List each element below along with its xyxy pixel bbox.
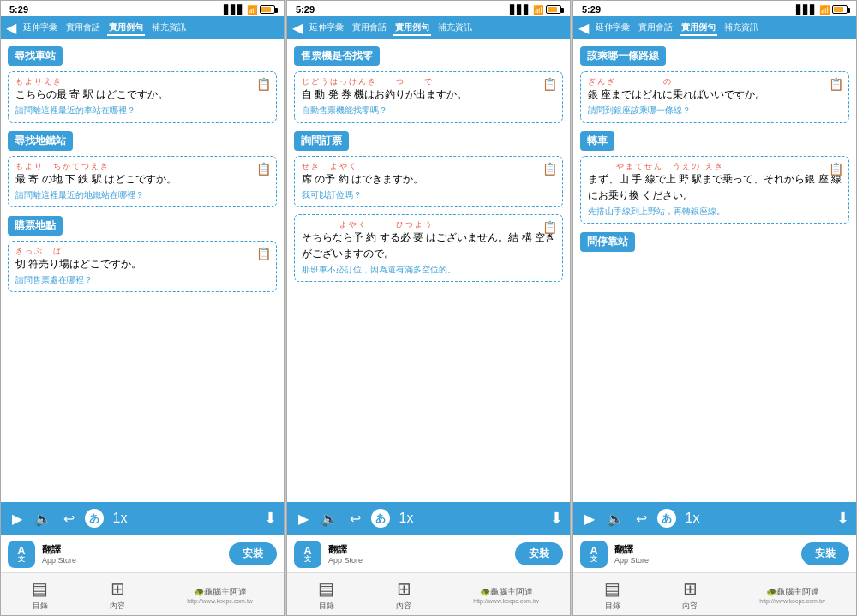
ad-store: App Store: [328, 556, 508, 565]
back-button[interactable]: ◀: [578, 20, 589, 36]
download-button[interactable]: ⬇: [550, 509, 563, 528]
furigana: やまてせん うえの えき: [588, 162, 842, 171]
audio-button[interactable]: 🔈: [33, 509, 52, 528]
chinese-text: 我可以訂位嗎？: [302, 189, 555, 201]
repeat-button[interactable]: ↩: [632, 509, 650, 528]
watermark: 🐢龜腦主阿達 http://www.kocpc.com.tw: [759, 586, 825, 604]
section-header: 詢問訂票: [294, 131, 349, 151]
download-button[interactable]: ⬇: [264, 509, 277, 528]
section-header: 該乘哪一條路線: [580, 46, 666, 66]
status-bar: 5:29 ▋▋▋ 📶: [287, 1, 570, 16]
status-time: 5:29: [296, 4, 315, 15]
bottom-icon-內容[interactable]: ⊞ 內容: [682, 578, 698, 612]
bottom-icon-目錄[interactable]: ▤ 目錄: [32, 578, 48, 612]
japanese-text: まず、山 手 線で上 野 駅まで乗って、それから銀 座 線にお乗り換 ください。: [588, 171, 842, 204]
install-button[interactable]: 安裝: [801, 542, 849, 565]
phone-1: 5:29 ▋▋▋ 📶 ◀延伸字彙實用會話實用例句補充資訊尋找車站 もよりえき こ…: [0, 0, 285, 616]
speed-button[interactable]: 1x: [683, 509, 702, 528]
status-time: 5:29: [9, 4, 28, 15]
content-area: 尋找車站 もよりえき こちらの最 寄 駅 はどこですか。 請問離這裡最近的車站在…: [1, 39, 284, 502]
copy-icon[interactable]: 📋: [256, 247, 271, 260]
section-0: 售票機是否找零 じどうはっけんき つ で 自 動 発 券 機はお釣りが出ますか。…: [294, 46, 563, 123]
內容-label: 內容: [396, 601, 411, 612]
chinese-text: 請問離這裡最近的地鐵站在哪裡？: [15, 189, 269, 201]
bottom-icon-內容[interactable]: ⊞ 內容: [396, 578, 411, 612]
nav-tab-延伸字彙[interactable]: 延伸字彙: [594, 21, 632, 36]
phrase-card-0: じどうはっけんき つ で 自 動 発 券 機はお釣りが出ますか。 自動售票機能找…: [294, 71, 563, 123]
section-header: 尋找車站: [8, 46, 63, 66]
play-button[interactable]: ▶: [294, 509, 313, 528]
nav-tab-補充資訊[interactable]: 補充資訊: [150, 21, 188, 36]
signal-icon: ▋▋▋: [796, 5, 817, 15]
bottom-toolbar: ▶🔈↩あ1x⬇: [287, 502, 570, 535]
ad-title: 翻譯: [614, 543, 794, 556]
install-button[interactable]: 安裝: [515, 542, 563, 565]
toolbar-left: ▶🔈↩あ1x: [580, 509, 702, 528]
wifi-icon: 📶: [819, 5, 830, 15]
ad-store: App Store: [42, 556, 222, 565]
play-button[interactable]: ▶: [580, 509, 599, 528]
nav-tab-實用例句[interactable]: 實用例句: [680, 21, 717, 36]
nav-tab-補充資訊[interactable]: 補充資訊: [722, 21, 760, 36]
japanese-button[interactable]: あ: [657, 509, 676, 528]
nav-tab-延伸字彙[interactable]: 延伸字彙: [308, 21, 345, 36]
nav-tab-實用例句[interactable]: 實用例句: [107, 21, 145, 36]
status-icons: ▋▋▋ 📶: [510, 5, 561, 15]
chinese-text: 自動售票機能找零嗎？: [302, 105, 555, 117]
repeat-button[interactable]: ↩: [59, 509, 78, 528]
nav-tab-延伸字彙[interactable]: 延伸字彙: [21, 21, 59, 36]
back-button[interactable]: ◀: [6, 20, 16, 36]
nav-bar: ◀延伸字彙實用會話實用例句補充資訊: [287, 16, 570, 39]
status-icons: ▋▋▋ 📶: [796, 5, 848, 15]
copy-icon[interactable]: 📋: [829, 77, 843, 91]
watermark-text: 🐢龜腦主阿達: [480, 586, 533, 598]
nav-tab-補充資訊[interactable]: 補充資訊: [436, 21, 474, 36]
ad-app-icon: A 文: [294, 541, 321, 568]
furigana: よやく ひつよう: [302, 220, 555, 230]
speed-button[interactable]: 1x: [111, 509, 129, 528]
repeat-button[interactable]: ↩: [345, 509, 364, 528]
japanese-button[interactable]: あ: [371, 509, 390, 528]
copy-icon[interactable]: 📋: [542, 220, 557, 234]
bottom-icon-目錄[interactable]: ▤ 目錄: [318, 578, 334, 612]
speed-button[interactable]: 1x: [397, 509, 416, 528]
signal-icon: ▋▋▋: [224, 5, 244, 15]
status-bar: 5:29 ▋▋▋ 📶: [573, 1, 856, 16]
nav-tab-實用會話[interactable]: 實用會話: [637, 21, 674, 36]
nav-tab-實用例句[interactable]: 實用例句: [393, 21, 431, 36]
bottom-icon-目錄[interactable]: ▤ 目錄: [604, 578, 620, 612]
copy-icon[interactable]: 📋: [829, 162, 843, 176]
copy-icon[interactable]: 📋: [256, 77, 271, 91]
wifi-icon: 📶: [533, 5, 543, 15]
phrase-card-0: きっぷ ば 切 符売り場はどこですか。 請問售票處在哪裡？ 📋: [8, 241, 277, 292]
目錄-icon: ▤: [32, 578, 48, 599]
furigana: せき よやく: [302, 162, 555, 171]
status-icons: ▋▋▋ 📶: [224, 5, 275, 15]
furigana: もよりえき: [15, 77, 269, 87]
nav-tab-實用會話[interactable]: 實用會話: [64, 21, 102, 36]
download-button[interactable]: ⬇: [836, 509, 849, 528]
section-0: 尋找車站 もよりえき こちらの最 寄 駅 はどこですか。 請問離這裡最近的車站在…: [8, 46, 277, 123]
furigana: ぎんざ の: [588, 77, 842, 87]
japanese-text: 銀 座まではどれに乗ればいいですか。: [588, 87, 842, 103]
copy-icon[interactable]: 📋: [542, 162, 557, 176]
phrase-card-0: ぎんざ の 銀 座まではどれに乗ればいいですか。 請問到銀座該乘哪一條線？ 📋: [580, 71, 849, 123]
copy-icon[interactable]: 📋: [256, 162, 271, 176]
ad-text: 翻譯 App Store: [614, 543, 794, 565]
watermark: 🐢龜腦主阿達 http://www.kocpc.com.tw: [473, 586, 539, 604]
audio-button[interactable]: 🔈: [606, 509, 625, 528]
目錄-icon: ▤: [318, 578, 334, 599]
copy-icon[interactable]: 📋: [542, 77, 557, 91]
ad-app-icon: A 文: [580, 541, 608, 568]
japanese-button[interactable]: あ: [85, 509, 104, 528]
play-button[interactable]: ▶: [8, 509, 27, 528]
install-button[interactable]: 安裝: [229, 542, 277, 565]
audio-button[interactable]: 🔈: [320, 509, 339, 528]
nav-tab-實用會話[interactable]: 實用會話: [351, 21, 388, 36]
battery-icon: [546, 5, 561, 14]
ad-bar: A 文 翻譯 App Store 安裝: [1, 535, 284, 572]
bottom-icon-內容[interactable]: ⊞ 內容: [110, 578, 125, 612]
back-button[interactable]: ◀: [292, 20, 303, 36]
ad-bar: A 文 翻譯 App Store 安裝: [573, 535, 856, 572]
section-0: 該乘哪一條路線 ぎんざ の 銀 座まではどれに乗ればいいですか。 請問到銀座該乘…: [580, 46, 849, 123]
